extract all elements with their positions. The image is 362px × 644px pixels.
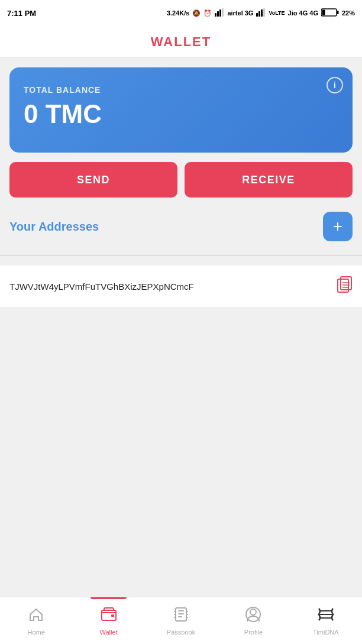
carrier2: Jio 4G 4G <box>288 9 318 17</box>
network-speed: 3.24K/s <box>167 9 190 17</box>
svg-rect-3 <box>222 8 224 17</box>
home-icon <box>28 606 44 626</box>
balance-label: TOTAL BALANCE <box>24 85 338 95</box>
svg-rect-1 <box>217 11 219 17</box>
status-left: 7:11 PM <box>7 9 36 18</box>
nav-label-profile: Profile <box>244 629 263 636</box>
svg-rect-9 <box>337 11 338 14</box>
page-title: WALLET <box>151 34 211 50</box>
svg-rect-18 <box>176 608 186 621</box>
signal-2 <box>256 8 266 18</box>
svg-rect-7 <box>263 8 265 17</box>
nav-label-home: Home <box>28 629 45 636</box>
carrier1: airtel 3G <box>227 9 253 17</box>
bottom-nav: Home Wallet Passbook <box>0 597 362 644</box>
alarm-icon: ⏰ <box>203 9 212 17</box>
time: 7:11 PM <box>7 9 36 18</box>
receive-button[interactable]: RECEIVE <box>185 162 353 198</box>
signal-1 <box>215 8 224 18</box>
nav-item-passbook[interactable]: Passbook <box>145 597 217 644</box>
status-right: 3.24K/s 🔕 ⏰ airtel 3G VoLTE Jio 4G 4G <box>167 8 355 18</box>
volte-icon: VoLTE <box>269 10 285 16</box>
svg-rect-5 <box>258 11 260 17</box>
nav-label-wallet: Wallet <box>100 629 118 636</box>
content-spacer <box>9 316 353 587</box>
info-icon[interactable]: i <box>327 77 343 93</box>
status-bar: 7:11 PM 3.24K/s 🔕 ⏰ airtel 3G VoLTE Jio … <box>0 0 362 26</box>
nav-item-wallet[interactable]: Wallet <box>72 597 144 644</box>
addresses-header: Your Addresses + <box>9 207 353 246</box>
balance-amount: 0 TMC <box>24 99 338 129</box>
svg-rect-10 <box>322 10 325 15</box>
address-text: TJWVJtW4yLPVmfFuTVGhBXizJEPXpNCmcF <box>9 281 331 292</box>
main-content: TOTAL BALANCE 0 TMC i SEND RECEIVE Your … <box>0 58 362 597</box>
svg-point-19 <box>250 609 256 615</box>
nav-label-passbook: Passbook <box>167 629 195 636</box>
addresses-title: Your Addresses <box>9 220 99 234</box>
action-buttons: SEND RECEIVE <box>9 162 353 198</box>
mute-icon: 🔕 <box>192 9 201 17</box>
copy-icon[interactable] <box>337 276 353 296</box>
send-button[interactable]: SEND <box>9 162 177 198</box>
svg-rect-0 <box>215 13 216 17</box>
app-header: WALLET <box>0 26 362 58</box>
nav-item-timidna[interactable]: TimiDNA <box>290 597 362 644</box>
svg-rect-2 <box>219 9 221 17</box>
profile-icon <box>245 606 261 626</box>
battery-icon <box>321 8 339 18</box>
nav-item-profile[interactable]: Profile <box>217 597 289 644</box>
svg-rect-17 <box>111 614 114 617</box>
add-address-button[interactable]: + <box>323 212 353 241</box>
passbook-icon <box>173 606 189 626</box>
svg-rect-6 <box>261 9 263 17</box>
wallet-icon <box>101 606 117 626</box>
address-item: TJWVJtW4yLPVmfFuTVGhBXizJEPXpNCmcF <box>0 266 362 307</box>
plus-icon: + <box>333 218 342 235</box>
nav-item-home[interactable]: Home <box>0 597 72 644</box>
battery-pct: 22% <box>342 9 355 17</box>
divider <box>0 255 362 256</box>
balance-card: TOTAL BALANCE 0 TMC i <box>9 67 353 153</box>
timidna-icon <box>316 606 335 626</box>
svg-rect-4 <box>256 13 258 17</box>
nav-label-timidna: TimiDNA <box>313 629 339 636</box>
